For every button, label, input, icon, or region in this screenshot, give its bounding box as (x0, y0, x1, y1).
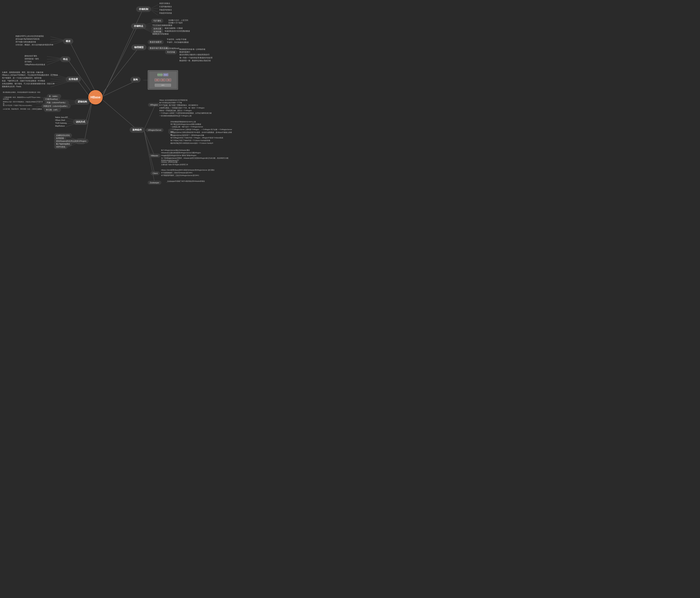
svg-line-50 (144, 106, 155, 129)
fangwen-item-1: HBase Shell (54, 119, 66, 122)
arch-box-rs2: RS (160, 79, 166, 81)
wulimodel-label: 物理模型 (134, 46, 144, 49)
node-yingyong[interactable]: 应用场景 (66, 77, 81, 82)
hregionserver-label: HRegionServer (148, 129, 161, 131)
svg-line-22 (50, 40, 64, 40)
svg-line-1 (103, 27, 137, 96)
svg-line-6 (103, 80, 137, 96)
fangwen-label: 访问方式 (76, 121, 85, 123)
client-label: Client (153, 172, 158, 174)
zookeeper-label: Zookeeper (150, 182, 159, 184)
arch-row-rs: RS RS RS (155, 79, 171, 81)
svg-line-53 (144, 131, 155, 173)
hrs-item-8: 最好有具备共同 IO特性的Column放在一个Column Family中 (169, 142, 215, 145)
svg-line-11 (151, 5, 158, 8)
arch-box-rs1: RS (155, 79, 160, 81)
svg-line-27 (47, 59, 61, 62)
svg-line-21 (50, 36, 64, 40)
arch-box-master: Master (163, 73, 168, 76)
svg-line-13 (151, 10, 158, 12)
node-jiagouzujian[interactable]: 架构组件 (130, 127, 145, 133)
hm-item-5: 主要负责 Table 和 Region 的管理工作 (160, 163, 189, 166)
yingyong-label: 应用场景 (69, 78, 78, 80)
fangwen-item-3: MapReduce (54, 125, 66, 127)
node-gaishu[interactable]: 概述 (63, 38, 73, 44)
svg-line-5 (77, 80, 90, 97)
arch-box-zk: ZooKeeper (157, 73, 162, 76)
node-tedian[interactable]: 特点 (60, 56, 71, 62)
youhua-group-5: HDFS优化 (54, 145, 67, 149)
svg-line-12 (151, 8, 158, 9)
shuju-req-1: 节省IO，列式加服务器数据 (166, 41, 190, 44)
shuju-req: 数据存储要求 (148, 40, 164, 44)
node-cunchu[interactable]: 存储机制 (136, 6, 151, 12)
svg-line-10 (103, 100, 137, 130)
node-fangwen[interactable]: 访问方式 (73, 119, 88, 125)
fangwen-item-0: Native Java API (54, 116, 69, 119)
cunchu-label: 存储机制 (139, 8, 148, 10)
node-client[interactable]: Client (151, 172, 160, 175)
cuntedian-label: 存储特点 (134, 25, 143, 27)
svg-line-25 (47, 56, 61, 58)
svg-line-26 (47, 59, 61, 59)
yingyong-item-5: 图数聚类业应用 - Feeds (1, 85, 22, 88)
tedian-label: 特点 (63, 58, 68, 60)
leshi-node: 列式存储 (165, 50, 177, 54)
zk-item-0: Zookeeper中存储了META表的地址和HMaster的地址 (166, 180, 206, 183)
svg-line-4 (68, 59, 92, 93)
luoji-table-desc: 数分数据集合的概念，和传统的数据库中表的概念是一样的 (2, 91, 42, 94)
jiagou-label: 架构 (133, 78, 138, 81)
cunchu-item-2: 列族是列的集合 (158, 8, 173, 11)
node-zookeeper[interactable]: Zookeeper (148, 181, 161, 184)
fangwen-item-2: Thrift Gateway (54, 122, 68, 125)
arch-diagram-container: ZooKeeper Master RS RS RS HDFS (148, 70, 178, 90)
center-label: HBase (91, 96, 101, 99)
tedian-item-3: 与MapReduce良好的集成 (23, 63, 46, 66)
leshi-item-4: 数据类型一致，数据特征相似-高效压缩 (178, 59, 212, 62)
node-wulimodel[interactable]: 物理模型 (131, 45, 146, 50)
cuntedian-item-0: 可扩展性 (151, 19, 163, 23)
cuntedian-item-4: 能获取某几列的数据 (151, 32, 170, 36)
gaishu-item-3: 分布式的，稀疏的，持久化存储的多维度排序表 (15, 43, 54, 47)
hregion-item-6: 一张完整的表格数据保存在多个HRegion上面 (158, 114, 193, 118)
cunchu-item-0: 表是行的集合 (158, 2, 171, 5)
node-luoji[interactable]: 逻辑结构 (75, 99, 90, 104)
node-cuntedian[interactable]: 存储特点 (131, 23, 146, 29)
svg-line-2 (69, 41, 96, 92)
arch-box-rs3: RS (166, 79, 171, 81)
arch-row-bottom: HDFS (155, 84, 171, 87)
hregion-label: HRegion (150, 104, 158, 106)
cunchu-item-3: 列值是对应的值 (158, 11, 173, 15)
svg-line-23 (50, 41, 64, 42)
arch-box-hdfs: HDFS (155, 84, 171, 87)
leshi-item-2: 能访问用到少量的列-大量使用系统I/O (178, 53, 210, 56)
svg-line-14 (151, 10, 158, 16)
luoji-cell-desc: cell 由行键、列族:限定符、和时间戳一次定，主要来存储数据 (2, 108, 43, 110)
arch-row-zk: ZooKeeper Master (157, 73, 168, 76)
luoji-qualifier-desc: 每个CF可以有一个或多个列(ColumnQualifier) (2, 104, 33, 107)
luoji-cell: 单元格（cell） (44, 108, 61, 112)
svg-line-28 (47, 59, 61, 65)
gaishu-label: 概述 (66, 40, 71, 43)
arch-diagram: ZooKeeper Master RS RS RS HDFS (149, 72, 177, 88)
mindmap-container: HBase 存储机制 表是行的集合 行是列族的集合 列族是列的集合 列值是对应的… (0, 0, 233, 200)
luoji-label: 逻辑结构 (78, 100, 87, 103)
node-hmaster[interactable]: HMaster (149, 154, 160, 157)
hangshi-node: 行式存储(Mysql) (165, 47, 180, 50)
svg-line-52 (144, 131, 155, 156)
jiagouzujian-label: 架构组件 (132, 128, 142, 131)
node-hregionserver[interactable]: HRegionServer (146, 128, 164, 132)
center-node[interactable]: HBase (88, 90, 103, 104)
hmaster-label: HMaster (151, 155, 158, 157)
node-jiagou[interactable]: 架构 (130, 77, 141, 82)
luoji-rowkey-desc: 一行数据的唯一标识，数据按照Row key的字节(byte order)排序存储 (2, 96, 43, 101)
client-item-2: 对于数据读写操作，Client与HRegionServer进行RPC (160, 174, 200, 177)
svg-line-3 (103, 47, 139, 93)
cunchu-item-1: 行是列族的集合 (158, 5, 173, 8)
